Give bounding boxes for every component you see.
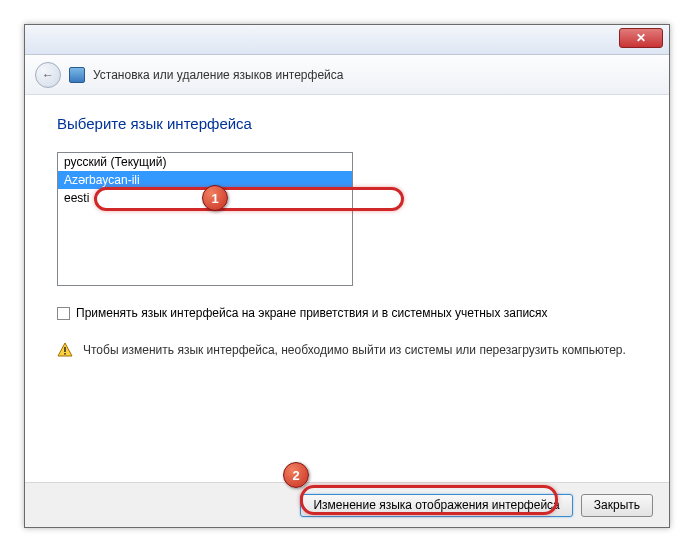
back-button[interactable]: ← bbox=[35, 62, 61, 88]
language-item-estonian[interactable]: eesti bbox=[58, 189, 352, 207]
change-language-button[interactable]: Изменение языка отображения интерфейса bbox=[300, 494, 572, 517]
header-bar: ← Установка или удаление языков интерфей… bbox=[25, 55, 669, 95]
close-button-label: Закрыть bbox=[594, 498, 640, 512]
back-arrow-icon: ← bbox=[42, 68, 54, 82]
content-area: Выберите язык интерфейса русский (Текущи… bbox=[25, 95, 669, 378]
svg-rect-0 bbox=[64, 347, 66, 352]
page-heading: Выберите язык интерфейса bbox=[57, 115, 637, 132]
apply-welcome-checkbox-row: Применять язык интерфейса на экране прив… bbox=[57, 306, 637, 320]
svg-rect-1 bbox=[64, 353, 66, 355]
apply-welcome-label: Применять язык интерфейса на экране прив… bbox=[76, 306, 548, 320]
close-button[interactable]: Закрыть bbox=[581, 494, 653, 517]
apply-welcome-checkbox[interactable] bbox=[57, 307, 70, 320]
footer-bar: Изменение языка отображения интерфейса З… bbox=[25, 482, 669, 527]
warning-icon bbox=[57, 342, 73, 358]
dialog-window: ✕ ← Установка или удаление языков интерф… bbox=[24, 24, 670, 528]
language-listbox[interactable]: русский (Текущий) Azərbaycan-ili eesti bbox=[57, 152, 353, 286]
titlebar: ✕ bbox=[25, 25, 669, 55]
close-window-button[interactable]: ✕ bbox=[619, 28, 663, 48]
language-item-azerbaijani[interactable]: Azərbaycan-ili bbox=[58, 171, 352, 189]
close-icon: ✕ bbox=[636, 31, 646, 45]
warning-row: Чтобы изменить язык интерфейса, необходи… bbox=[57, 342, 637, 358]
header-title: Установка или удаление языков интерфейса bbox=[93, 68, 343, 82]
change-language-button-label: Изменение языка отображения интерфейса bbox=[313, 498, 559, 512]
warning-text: Чтобы изменить язык интерфейса, необходи… bbox=[83, 342, 626, 358]
language-icon bbox=[69, 67, 85, 83]
language-item-russian[interactable]: русский (Текущий) bbox=[58, 153, 352, 171]
